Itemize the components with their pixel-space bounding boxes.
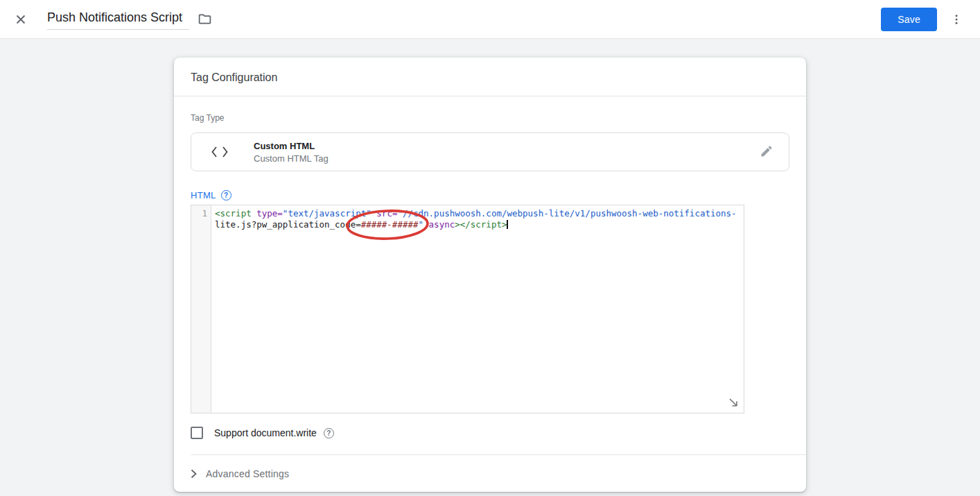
editor-gutter: 1 <box>191 205 211 413</box>
pencil-icon <box>760 144 773 158</box>
editor-resize-handle[interactable] <box>727 396 740 409</box>
code-content: <script type="text/javascript" src="//cd… <box>211 205 740 413</box>
kebab-menu-button[interactable] <box>943 6 970 33</box>
top-app-bar: Push Notifications Script Save <box>0 0 980 39</box>
close-icon <box>13 12 28 27</box>
text-caret <box>507 220 508 229</box>
tag-configuration-card: Tag Configuration Tag Type Custom HTML C… <box>174 58 806 492</box>
card-title: Tag Configuration <box>191 71 277 83</box>
tag-type-selector[interactable]: Custom HTML Custom HTML Tag <box>191 132 789 171</box>
html-code-editor[interactable]: 1 <script type="text/javascript" src="//… <box>191 205 744 413</box>
code-line: lite.js?pw_application_code=#####-#####"… <box>215 219 737 230</box>
code-line: <script type="text/javascript" src="//cd… <box>215 208 737 219</box>
folder-icon <box>198 12 212 26</box>
code-brackets-icon <box>211 146 229 158</box>
support-document-write-checkbox[interactable] <box>191 427 203 439</box>
chevron-right-icon <box>191 469 197 479</box>
advanced-settings-label: Advanced Settings <box>206 468 289 479</box>
save-button[interactable]: Save <box>881 8 937 31</box>
support-document-write-label: Support document.write <box>214 427 317 438</box>
close-button[interactable] <box>7 6 35 33</box>
tag-type-text: Custom HTML Custom HTML Tag <box>254 141 757 164</box>
edit-tag-type-button[interactable] <box>757 142 776 163</box>
resize-arrow-icon <box>728 397 739 408</box>
html-field-header: HTML ? <box>191 189 789 200</box>
folder-button[interactable] <box>191 6 218 33</box>
html-help-icon[interactable]: ? <box>221 190 231 200</box>
kebab-menu-icon <box>950 13 963 26</box>
support-document-write-row: Support document.write ? <box>191 426 789 440</box>
html-field-label: HTML <box>191 190 216 200</box>
tag-title: Push Notifications Script <box>47 10 182 24</box>
tag-type-name: Custom HTML <box>254 141 757 151</box>
support-document-write-help-icon[interactable]: ? <box>324 428 334 438</box>
advanced-settings-toggle[interactable]: Advanced Settings <box>174 455 806 492</box>
tag-name-field[interactable]: Push Notifications Script <box>47 8 189 30</box>
card-header: Tag Configuration <box>174 58 806 96</box>
tag-type-label: Tag Type <box>191 113 789 123</box>
tag-type-description: Custom HTML Tag <box>254 153 757 164</box>
line-number: 1 <box>191 208 207 219</box>
